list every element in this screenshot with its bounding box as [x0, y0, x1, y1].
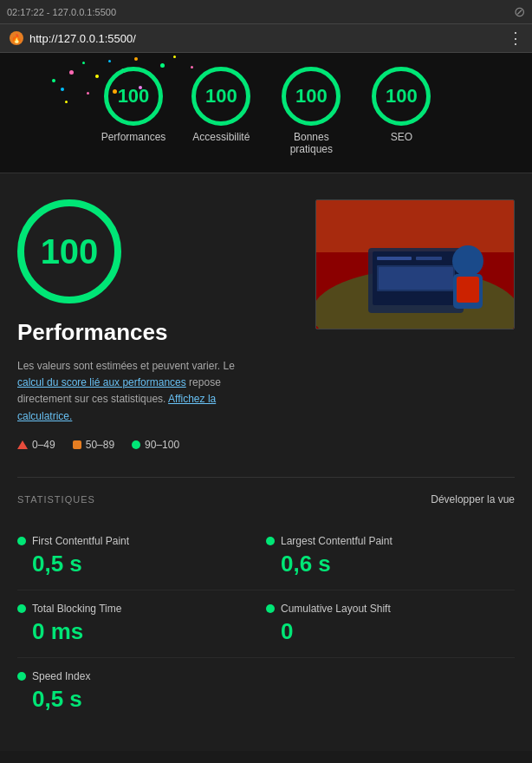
stats-header: STATISTIQUES Développer la vue: [17, 486, 515, 505]
site-screenshot: [315, 199, 515, 329]
svg-text:🔥: 🔥: [11, 33, 23, 44]
svg-rect-8: [416, 257, 442, 260]
address-bar: 🔥 http://127.0.0.1:5500/ ⋮: [0, 24, 532, 53]
score-seo[interactable]: 100 SEO: [372, 67, 431, 143]
stat-dot-tbt: [17, 604, 26, 613]
stat-label-tbt: Total Blocking Time: [32, 603, 121, 615]
calc-link[interactable]: calcul du score lié aux performances: [17, 376, 186, 388]
performance-description: Les valeurs sont estimées et peuvent var…: [17, 358, 260, 425]
legend-0-49: 0–49: [17, 439, 55, 451]
stat-value-cls: 0: [266, 618, 515, 645]
big-score-circle: 100: [17, 199, 121, 303]
stats-grid: First Contentful Paint 0,5 s Largest Con…: [17, 523, 515, 725]
score-ring-accessibilite: 100: [191, 67, 250, 126]
stat-value-si: 0,5 s: [17, 686, 266, 713]
stat-dot-cls: [266, 604, 275, 613]
section-divider: [17, 477, 515, 478]
stat-first-contentful-paint: First Contentful Paint 0,5 s: [17, 523, 266, 590]
svg-rect-7: [377, 257, 412, 260]
stat-value-fcp: 0,5 s: [17, 551, 266, 577]
site-preview: [315, 199, 515, 329]
score-label-seo: SEO: [391, 131, 412, 143]
favicon-icon: 🔥: [9, 30, 24, 46]
svg-point-11: [452, 245, 483, 277]
url-text: http://127.0.0.1:5500/: [29, 32, 508, 45]
performance-title: Performances: [17, 319, 298, 346]
stat-value-lcp: 0,6 s: [266, 551, 515, 577]
main-content: 100 Performances Les valeurs sont estimé…: [0, 173, 532, 751]
legend-triangle-icon: [17, 440, 28, 449]
stat-dot-lcp: [266, 537, 275, 545]
expand-view-button[interactable]: Développer la vue: [431, 493, 515, 505]
score-label-bonnes-pratiques: Bonnes pratiques: [276, 131, 346, 155]
performance-left: 100 Performances Les valeurs sont estimé…: [17, 199, 298, 451]
browser-topbar: 02:17:22 - 127.0.0.1:5500 ⊘: [0, 0, 532, 24]
stat-largest-contentful-paint: Largest Contentful Paint 0,6 s: [266, 523, 515, 590]
svg-rect-13: [457, 277, 479, 303]
score-ring-bonnes-pratiques: 100: [282, 67, 341, 126]
stat-label-cls: Cumulative Layout Shift: [281, 603, 391, 615]
stat-dot-si: [17, 672, 26, 681]
stat-dot-fcp: [17, 537, 26, 545]
svg-rect-10: [379, 267, 453, 290]
score-label-accessibilite: Accessibilité: [192, 131, 250, 143]
stat-cumulative-layout-shift: Cumulative Layout Shift 0: [266, 590, 515, 658]
stat-label-fcp: First Contentful Paint: [32, 535, 129, 547]
no-entry-icon: ⊘: [514, 3, 525, 20]
legend-dot-icon: [132, 440, 140, 449]
score-performances[interactable]: 100 Performances: [101, 67, 166, 143]
score-accessibilite[interactable]: 100 Accessibilité: [191, 67, 250, 143]
stat-total-blocking-time: Total Blocking Time 0 ms: [17, 590, 266, 658]
legend-90-100: 90–100: [132, 439, 179, 451]
stat-label-lcp: Largest Contentful Paint: [281, 535, 393, 547]
screenshot-svg: [316, 200, 515, 329]
score-ring-seo: 100: [372, 67, 431, 126]
svg-rect-4: [316, 200, 515, 252]
menu-dots-button[interactable]: ⋮: [508, 29, 523, 48]
stat-label-si: Speed Index: [32, 670, 90, 682]
lighthouse-scores-header: 100 Performances 100 Accessibilité 100 B…: [0, 53, 532, 173]
score-ring-performances: 100: [104, 67, 163, 126]
legend-row: 0–49 50–89 90–100: [17, 439, 298, 451]
score-bonnes-pratiques[interactable]: 100 Bonnes pratiques: [276, 67, 346, 155]
legend-50-89: 50–89: [73, 439, 114, 451]
stat-value-tbt: 0 ms: [17, 618, 266, 645]
confetti-area: [0, 53, 532, 105]
stats-section-title: STATISTIQUES: [17, 494, 95, 505]
time-info: 02:17:22 - 127.0.0.1:5500: [7, 7, 116, 17]
performance-detail: 100 Performances Les valeurs sont estimé…: [17, 173, 515, 468]
score-label-performances: Performances: [101, 131, 166, 143]
legend-square-icon: [73, 440, 81, 449]
stat-speed-index: Speed Index 0,5 s: [17, 658, 266, 725]
